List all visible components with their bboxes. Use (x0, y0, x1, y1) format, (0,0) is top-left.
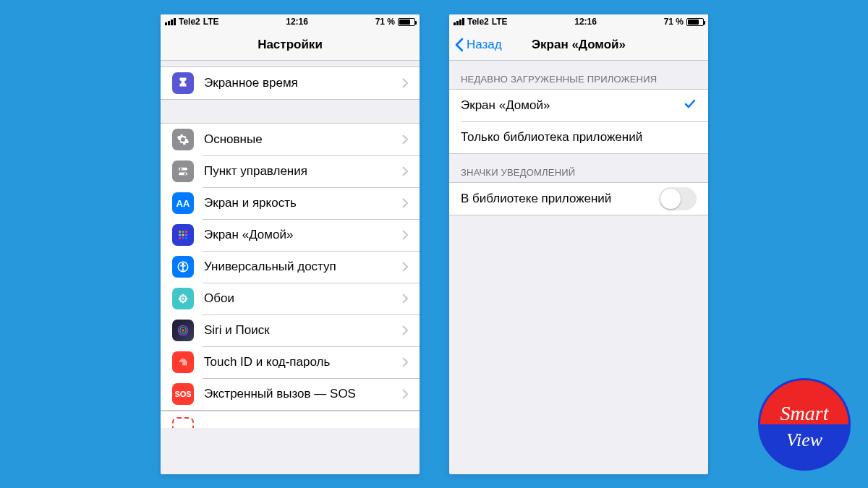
page-title: Экран «Домой» (532, 38, 626, 52)
gear-icon (172, 129, 194, 150)
battery-percent: 71 % (375, 17, 395, 27)
text-size-icon: AA (172, 192, 194, 214)
svg-point-23 (184, 300, 187, 302)
fingerprint-icon (172, 351, 194, 373)
nav-bar: Настройки (161, 29, 420, 61)
section-header-badges: ЗНАЧКИ УВЕДОМЛЕНИЙ (449, 154, 708, 182)
svg-point-14 (182, 263, 184, 265)
group-badges: В библиотеке приложений (449, 182, 708, 215)
row-sos[interactable]: SOS Экстренный вызов — SOS (161, 378, 420, 410)
svg-point-18 (179, 297, 182, 300)
row-siri[interactable]: Siri и Поиск (161, 314, 420, 346)
svg-rect-12 (185, 237, 187, 239)
svg-point-3 (184, 173, 187, 175)
row-label: Экран «Домой» (204, 228, 402, 242)
row-home-screen[interactable]: Экран «Домой» (161, 219, 420, 251)
row-partial-cut (161, 411, 420, 428)
chevron-right-icon (402, 357, 408, 367)
svg-rect-11 (182, 237, 184, 239)
status-bar: Tele2 LTE 12:16 71 % (161, 14, 420, 29)
row-label: Пункт управления (204, 164, 402, 179)
battery-icon (686, 18, 704, 26)
row-general[interactable]: Основные (161, 124, 420, 155)
chevron-right-icon (402, 134, 408, 145)
clock: 12:16 (574, 17, 597, 27)
svg-point-2 (180, 168, 182, 170)
chevron-right-icon (402, 166, 408, 176)
toggle-knob (660, 189, 681, 209)
carrier-label: Tele2 (179, 17, 200, 27)
row-label: Siri и Поиск (204, 323, 402, 338)
row-wallpaper[interactable]: Обои (161, 283, 420, 314)
svg-point-15 (182, 298, 184, 300)
option-label: Только библиотека приложений (461, 130, 697, 145)
back-label: Назад (467, 38, 502, 52)
network-label: LTE (203, 17, 219, 27)
row-label: Основные (204, 132, 402, 147)
battery-percent: 71 % (664, 17, 684, 27)
chevron-right-icon (402, 78, 408, 88)
logo-line-2: View (786, 431, 822, 450)
svg-point-19 (185, 297, 188, 300)
row-display-brightness[interactable]: AA Экран и яркость (161, 187, 420, 219)
svg-rect-7 (179, 234, 181, 236)
row-label: Экстренный вызов — SOS (204, 387, 402, 401)
svg-point-21 (184, 296, 187, 298)
signal-icon (454, 18, 464, 25)
group-screentime: Экранное время (161, 67, 420, 100)
chevron-right-icon (402, 325, 408, 335)
battery-icon (398, 18, 415, 26)
checkmark-icon (684, 98, 697, 114)
logo-line-1: Smart (780, 403, 829, 424)
group-recent-apps: Экран «Домой» Только библиотека приложен… (449, 89, 708, 154)
row-touch-id[interactable]: Touch ID и код-пароль (161, 346, 420, 378)
chevron-right-icon (402, 230, 408, 240)
clock: 12:16 (286, 17, 308, 27)
nav-bar: Назад Экран «Домой» (449, 29, 708, 61)
group-main: Основные Пункт управления AA Экран и ярк… (161, 123, 420, 411)
svg-rect-10 (179, 237, 181, 239)
row-label: Экран и яркость (204, 196, 402, 210)
svg-rect-6 (185, 231, 187, 233)
section-header-recent-apps: НЕДАВНО ЗАГРУЖЕННЫЕ ПРИЛОЖЕНИЯ (449, 61, 708, 89)
svg-point-16 (182, 294, 184, 297)
toggle-label: В библиотеке приложений (461, 192, 659, 206)
chevron-right-icon (402, 389, 408, 399)
svg-rect-4 (179, 231, 181, 233)
status-bar: Tele2 LTE 12:16 71 % (449, 14, 708, 29)
chevron-right-icon (402, 262, 408, 272)
flower-icon (172, 288, 194, 309)
svg-point-17 (182, 301, 184, 304)
option-app-library-only[interactable]: Только библиотека приложений (449, 121, 708, 153)
network-label: LTE (492, 17, 508, 27)
row-label: Универсальный доступ (204, 260, 402, 274)
option-label: Экран «Домой» (461, 98, 684, 113)
signal-icon (165, 18, 176, 25)
phone-home-screen-settings: Tele2 LTE 12:16 71 % Назад Экран «Домой»… (449, 14, 708, 474)
switches-icon (172, 160, 194, 182)
chevron-right-icon (402, 198, 408, 208)
sos-icon: SOS (172, 383, 194, 405)
phone-settings-main: Tele2 LTE 12:16 71 % Настройки Экранное … (161, 14, 420, 474)
svg-point-20 (180, 296, 182, 298)
siri-icon (172, 320, 194, 341)
smart-view-logo: Smart View (758, 378, 851, 471)
row-label: Touch ID и код-пароль (204, 355, 402, 369)
svg-rect-5 (182, 231, 184, 233)
option-home-screen[interactable]: Экран «Домой» (449, 90, 708, 121)
svg-point-22 (180, 300, 182, 302)
row-screen-time[interactable]: Экранное время (161, 67, 420, 99)
row-accessibility[interactable]: Универсальный доступ (161, 251, 420, 283)
hourglass-icon (172, 72, 194, 94)
toggle-app-library-badges[interactable] (659, 187, 697, 210)
accessibility-icon (172, 256, 194, 278)
row-control-center[interactable]: Пункт управления (161, 155, 420, 187)
notification-icon (172, 417, 194, 428)
row-label: Экранное время (204, 76, 402, 90)
svg-rect-9 (185, 234, 187, 236)
svg-point-26 (182, 329, 184, 332)
chevron-right-icon (402, 294, 408, 304)
row-label: Обои (204, 291, 402, 306)
row-app-library-badges: В библиотеке приложений (449, 183, 708, 215)
back-button[interactable]: Назад (455, 38, 502, 52)
